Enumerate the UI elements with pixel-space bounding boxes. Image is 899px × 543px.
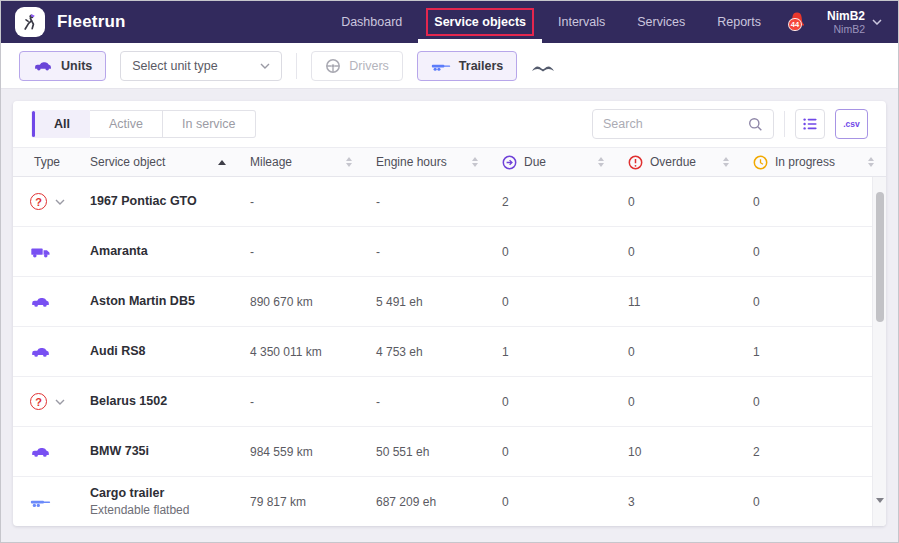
row-name: Cargo trailer [90,486,226,501]
search-input[interactable] [603,117,748,131]
drivers-button[interactable]: Drivers [311,51,403,81]
user-names: NimB2 NimB2 [827,9,865,35]
tab-all[interactable]: All [31,110,90,138]
mileage-value: 984 559 km [238,445,364,459]
expand-chevron[interactable] [55,399,65,405]
nav-item-label: Intervals [558,15,605,29]
tab-label: In service [182,117,236,131]
column-header-engine-hours[interactable]: Engine hours [364,148,490,176]
nav-item-reports[interactable]: Reports [701,1,777,43]
unit-type-select[interactable]: Select unit type [120,51,282,81]
column-label: Mileage [250,155,292,169]
due-value: 0 [490,445,616,459]
notifications-bell[interactable]: 44 [787,11,809,33]
scrollbar-thumb[interactable] [876,192,884,322]
app-viewport: Fleetrun Dashboard Service objects Inter… [0,0,899,543]
row-name: Amaranta [90,244,226,259]
column-header-type[interactable]: Type [13,148,78,176]
unknown-type-icon: ? [30,393,47,410]
mileage-value: 4 350 011 km [238,345,364,359]
type-cell [13,345,78,358]
column-header-mileage[interactable]: Mileage [238,148,364,176]
sort-asc-icon [218,160,226,165]
overdue-value: 10 [616,445,741,459]
due-value: 0 [490,245,616,259]
type-cell [13,295,78,308]
column-label: Type [34,155,60,169]
table-row[interactable]: Aston Martin DB5 890 670 km 5 491 eh 0 1… [13,277,886,327]
engine-hours-value: 4 753 eh [364,345,490,359]
in-progress-value: 0 [741,495,886,509]
unit-type-select-value: Select unit type [132,59,217,73]
engine-hours-value: - [364,395,490,409]
list-view-button[interactable] [795,109,825,139]
car-icon [30,345,51,358]
wings-toggle[interactable] [531,59,555,73]
overdue-value: 11 [616,295,741,309]
column-header-service-object[interactable]: Service object [78,148,238,176]
nav-item-intervals[interactable]: Intervals [542,1,621,43]
service-objects-card: All Active In service [13,101,886,526]
service-object-cell: Belarus 1502 [78,394,238,409]
in-progress-value: 1 [741,345,886,359]
service-object-cell: 1967 Pontiac GTO [78,194,238,209]
units-button[interactable]: Units [19,51,106,81]
service-object-cell: Amaranta [78,244,238,259]
nav-item-service-objects[interactable]: Service objects [418,1,542,43]
car-icon [33,59,53,72]
engine-hours-value: - [364,245,490,259]
runner-icon [20,12,40,32]
in-progress-clock-icon [753,155,768,170]
engine-hours-value: 5 491 eh [364,295,490,309]
row-name: Aston Martin DB5 [90,294,226,309]
chevron-down-icon [872,19,882,25]
trailer-icon [431,59,451,72]
table-row[interactable]: BMW 735i 984 559 km 50 551 eh 0 10 2 [13,427,886,477]
table-body: ? 1967 Pontiac GTO - - 2 0 0 [13,177,886,526]
table-row[interactable]: Amaranta - - 0 0 0 [13,227,886,277]
column-header-overdue[interactable]: Overdue [616,148,741,176]
table-row[interactable]: Cargo trailer Extendable flatbed 79 817 … [13,477,886,526]
nav-item-services[interactable]: Services [621,1,701,43]
search-divider [784,111,785,137]
in-progress-value: 2 [741,445,886,459]
column-label: Overdue [650,155,696,169]
sort-icon [346,157,352,167]
search-icon [748,117,763,132]
nav-item-dashboard[interactable]: Dashboard [325,1,418,43]
overdue-value: 0 [616,245,741,259]
user-menu[interactable]: NimB2 NimB2 [827,1,882,43]
column-header-in-progress[interactable]: In progress [741,148,886,176]
search-cluster: .csv [592,109,868,139]
table-row[interactable]: Audi RS8 4 350 011 km 4 753 eh 1 0 1 [13,327,886,377]
user-account: NimB2 [827,23,865,35]
mileage-value: 79 817 km [238,495,364,509]
nav-item-label: Reports [717,15,761,29]
vertical-scrollbar[interactable] [872,177,886,526]
trailers-button[interactable]: Trailers [417,51,517,81]
table-row[interactable]: ? Belarus 1502 - - 0 0 0 [13,377,886,427]
fleetrun-logo[interactable] [15,7,45,37]
overdue-value: 0 [616,395,741,409]
due-value: 1 [490,345,616,359]
column-header-due[interactable]: Due [490,148,616,176]
service-object-cell: Cargo trailer Extendable flatbed [78,486,238,518]
due-value: 2 [490,195,616,209]
in-progress-value: 0 [741,395,886,409]
scroll-down-arrow[interactable] [876,503,884,521]
tab-in-service[interactable]: In service [163,110,256,138]
export-csv-button[interactable]: .csv [835,109,868,139]
brand-title: Fleetrun [57,12,126,32]
tab-active[interactable]: Active [90,110,163,138]
expand-chevron[interactable] [55,199,65,205]
in-progress-value: 0 [741,295,886,309]
mileage-value: - [238,395,364,409]
table-row[interactable]: ? 1967 Pontiac GTO - - 2 0 0 [13,177,886,227]
sort-icon [868,157,874,167]
tab-label: All [54,117,70,131]
type-cell [13,245,78,259]
in-progress-value: 0 [741,245,886,259]
column-label: In progress [775,155,835,169]
service-object-cell: Aston Martin DB5 [78,294,238,309]
engine-hours-value: - [364,195,490,209]
